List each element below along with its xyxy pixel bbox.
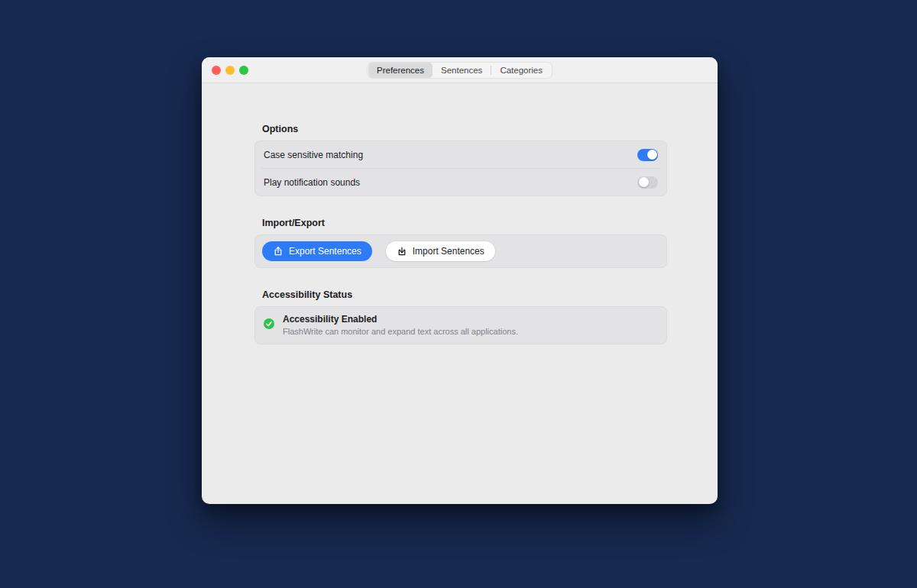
accessibility-section-title: Accessibility Status: [262, 289, 718, 300]
zoom-button[interactable]: [239, 66, 248, 75]
tab-bar: Preferences Sentences Categories: [367, 62, 552, 79]
import-sentences-button[interactable]: Import Sentences: [386, 241, 495, 261]
option-label: Case sensitive matching: [264, 150, 363, 160]
checkmark-circle-icon: [264, 318, 274, 332]
tab-categories[interactable]: Categories: [491, 63, 551, 78]
export-sentences-button[interactable]: Export Sentences: [262, 241, 372, 261]
import-export-section-title: Import/Export: [262, 218, 718, 228]
traffic-lights: [212, 57, 248, 82]
import-icon: [397, 246, 407, 257]
import-export-card: Export Sentences Import Sentences: [254, 234, 667, 268]
preferences-window: Preferences Sentences Categories Options…: [202, 57, 718, 504]
options-card: Case sensitive matching Play notificatio…: [254, 141, 667, 196]
export-button-label: Export Sentences: [289, 246, 361, 257]
minimize-button[interactable]: [225, 66, 235, 75]
option-label: Play notification sounds: [264, 177, 360, 188]
options-section-title: Options: [262, 124, 718, 134]
toggle-knob: [647, 150, 657, 160]
titlebar[interactable]: Preferences Sentences Categories: [202, 57, 718, 83]
accessibility-status-description: FlashWrite can monitor and expand text a…: [283, 327, 518, 336]
import-button-label: Import Sentences: [413, 246, 484, 257]
accessibility-status-title: Accessibility Enabled: [283, 315, 518, 325]
accessibility-status-text: Accessibility Enabled FlashWrite can mon…: [283, 315, 518, 336]
notification-sounds-toggle[interactable]: [637, 176, 658, 189]
option-row-notification-sounds: Play notification sounds: [255, 169, 666, 195]
toggle-knob: [639, 177, 649, 187]
export-icon: [273, 246, 284, 257]
accessibility-status-card: Accessibility Enabled FlashWrite can mon…: [254, 306, 667, 344]
close-button[interactable]: [212, 66, 221, 75]
preferences-content: Options Case sensitive matching Play not…: [202, 124, 718, 344]
case-sensitive-toggle[interactable]: [637, 149, 658, 161]
tab-sentences[interactable]: Sentences: [433, 63, 491, 78]
option-row-case-sensitive: Case sensitive matching: [255, 141, 666, 168]
tab-preferences[interactable]: Preferences: [368, 63, 433, 78]
